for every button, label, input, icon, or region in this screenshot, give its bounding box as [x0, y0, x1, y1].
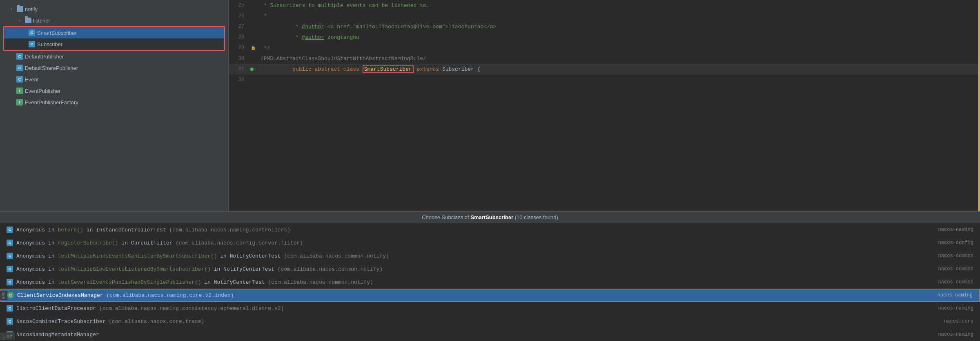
smart-subscriber-highlight: SmartSubscriber: [363, 65, 414, 73]
panel-class-name: SmartSubscriber: [470, 214, 513, 220]
panel-header: Choose Subclass of SmartSubscriber (10 c…: [0, 212, 980, 223]
sidebar: ▾ notify ▾ listener C SmartSubscriber: [0, 0, 229, 211]
line-content-31: public abstract class SmartSubscriber ex…: [257, 59, 980, 79]
sub-icon-3: C: [7, 253, 13, 259]
sidebar-label-event: Event: [25, 76, 38, 83]
gutter-arrow-31: ⬢: [250, 67, 254, 72]
sidebar-label-default-publisher: DefaultPublisher: [25, 54, 64, 60]
subclass-item-8[interactable]: C NacosCombinedTraceSubscriber (com.alib…: [0, 315, 980, 328]
subclass-item-9[interactable]: C NacosNamingMetadataManager nacos-namin…: [0, 328, 980, 341]
sub-module-3: nacos-common: [938, 253, 973, 259]
expand-arrow-listener: ▾: [16, 17, 23, 24]
sub-module-6: nacos-naming: [938, 292, 973, 298]
sidebar-item-listener[interactable]: ▾ listener: [0, 15, 228, 26]
sidebar-label-event-publisher: EventPublisher: [25, 88, 60, 94]
change-indicator: [978, 0, 980, 211]
subclass-item-1[interactable]: C Anonymous in before() in InstanceContr…: [0, 223, 980, 236]
line-content-29: */: [257, 45, 980, 51]
sidebar-item-event-publisher[interactable]: I EventPublisher: [0, 85, 228, 96]
class-icon-event-publisher: I: [16, 87, 23, 94]
sidebar-label-smart-subscriber: SmartSubscriber: [37, 30, 77, 36]
class-icon-event: C: [16, 76, 23, 83]
sub-icon-5: C: [7, 279, 13, 285]
sub-module-8: nacos-core: [944, 319, 973, 324]
class-icon-subscriber: C: [29, 41, 35, 47]
sub-icon-7: C: [7, 305, 13, 312]
top-section: ▾ notify ▾ listener C SmartSubscriber: [0, 0, 980, 211]
line-num-31: 31: [229, 66, 249, 72]
folder-icon-notify: [17, 6, 23, 12]
gutter-31: ⬢ ↓: [249, 67, 257, 72]
sidebar-item-event-publisher-factory[interactable]: I EventPublisherFactory: [0, 96, 228, 108]
bottom-left-icons[interactable]: ↓ az: [0, 332, 15, 340]
line-num-25: 25: [229, 2, 249, 8]
sub-name-9: NacosNamingMetadataManager: [16, 332, 99, 338]
code-line-25: 25 * Subscribers to multiple events can …: [229, 0, 980, 11]
sub-icon-1: C: [7, 227, 13, 233]
sidebar-label-default-share-publisher: DefaultSharePublisher: [25, 65, 78, 71]
sidebar-item-default-share-publisher[interactable]: C DefaultSharePublisher: [0, 62, 228, 74]
panel-header-text: Choose Subclass of SmartSubscriber (10 c…: [422, 214, 558, 220]
sub-icon-4: C: [7, 266, 13, 272]
sub-module-9: nacos-naming: [938, 332, 973, 337]
line-num-27: 27: [229, 24, 249, 29]
line-content-28: * @author zongtanghu: [257, 28, 980, 47]
class-icon-smart-subscriber: C: [29, 29, 35, 36]
sub-module-5: nacos-common: [938, 279, 973, 285]
subclass-item-6[interactable]: C ClientServiceIndexesManager (com.aliba…: [0, 289, 980, 302]
sidebar-label-event-publisher-factory: EventPublisherFactory: [25, 99, 78, 105]
line-num-30: 30: [229, 56, 249, 61]
sub-module-2: nacos-config: [938, 240, 973, 246]
sub-icon-8: C: [7, 318, 13, 325]
sidebar-item-subscriber[interactable]: C Subscriber: [4, 38, 224, 50]
folder-icon-listener: [25, 18, 31, 23]
sidebar-label-notify: notify: [25, 6, 38, 12]
sub-name-1: Anonymous in before() in InstanceControl…: [16, 227, 290, 233]
sub-name-7: DistroClientDataProcessor (com.alibaba.n…: [16, 305, 284, 312]
class-icon-default-share-publisher: C: [16, 65, 23, 71]
class-icon-default-publisher: C: [16, 53, 23, 60]
sub-name-8: NacosCombinedTraceSubscriber (com.alibab…: [16, 319, 204, 325]
sidebar-item-notify[interactable]: ▾ notify: [0, 3, 228, 15]
line-num-26: 26: [229, 13, 249, 19]
sidebar-item-smart-subscriber[interactable]: C SmartSubscriber: [4, 27, 224, 38]
sub-module-7: nacos-naming: [938, 305, 973, 311]
expand-arrow-notify: ▾: [8, 6, 15, 12]
subclass-list: C Anonymous in before() in InstanceContr…: [0, 223, 980, 341]
sub-icon-2: C: [7, 240, 13, 246]
sub-name-5: Anonymous in testSeveralEventsPublishedB…: [16, 279, 373, 285]
sub-name-6: ClientServiceIndexesManager (com.alibaba…: [17, 292, 234, 298]
subclass-item-5[interactable]: C Anonymous in testSeveralEventsPublishe…: [0, 276, 980, 289]
sub-module-4: nacos-common: [938, 266, 973, 272]
subclass-item-2[interactable]: C Anonymous in registerSubscribe() in Cu…: [0, 236, 980, 249]
bottom-panel: Choose Subclass of SmartSubscriber (10 c…: [0, 211, 980, 341]
sidebar-label-subscriber: Subscriber: [37, 41, 62, 47]
code-line-28: 28 * @author zongtanghu: [229, 32, 980, 43]
sidebar-label-listener: listener: [33, 18, 50, 24]
gutter-29: 🔒: [249, 45, 257, 50]
code-editor: 25 * Subscribers to multiple events can …: [229, 0, 980, 211]
line-num-32: 32: [229, 77, 249, 83]
sub-module-1: nacos-naming: [938, 227, 973, 233]
line-content-25: * Subscribers to multiple events can be …: [257, 2, 980, 9]
sub-name-2: Anonymous in registerSubscribe() in Curc…: [16, 240, 303, 246]
main-container: ▾ notify ▾ listener C SmartSubscriber: [0, 0, 980, 341]
sidebar-item-event[interactable]: C Event: [0, 74, 228, 85]
sub-name-4: Anonymous in testMutipleSlowEventsListen…: [16, 266, 383, 272]
sidebar-item-default-publisher[interactable]: C DefaultPublisher: [0, 51, 228, 62]
red-box-group: C SmartSubscriber C Subscriber: [3, 26, 225, 51]
line-num-29: 29: [229, 45, 249, 51]
sub-name-3: Anonymous in testMutipleKindsEventsCanLi…: [16, 253, 389, 259]
line-num-28: 28: [229, 34, 249, 40]
subclass-item-3[interactable]: C Anonymous in testMutipleKindsEventsCan…: [0, 249, 980, 262]
sub-icon-6: C: [7, 292, 14, 298]
code-line-31: 31 ⬢ ↓ public abstract class SmartSubscr…: [229, 64, 980, 74]
class-icon-event-publisher-factory: I: [16, 99, 23, 105]
subclass-item-4[interactable]: C Anonymous in testMutipleSlowEventsList…: [0, 262, 980, 276]
left-side-label: ture: [0, 291, 7, 300]
subclass-item-7[interactable]: C DistroClientDataProcessor (com.alibaba…: [0, 302, 980, 315]
